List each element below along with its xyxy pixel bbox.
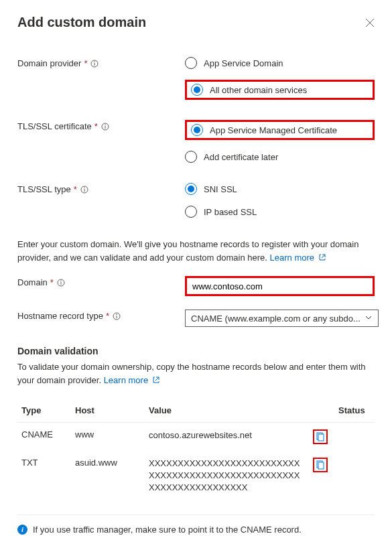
col-status: Status <box>334 399 375 423</box>
close-icon[interactable] <box>365 18 375 27</box>
validation-table: Type Host Value Status CNAME www contoso… <box>17 399 375 501</box>
chevron-down-icon <box>365 314 373 324</box>
hostname-type-label: Hostname record type* <box>17 310 185 321</box>
domain-label: Domain* <box>17 276 185 287</box>
svg-rect-18 <box>318 462 324 469</box>
col-host: Host <box>71 399 145 423</box>
learn-more-link[interactable]: Learn more <box>270 253 326 263</box>
info-icon[interactable] <box>90 60 99 68</box>
radio-cert-later[interactable]: Add certificate later <box>185 151 375 163</box>
info-icon[interactable] <box>113 312 121 320</box>
domain-input[interactable] <box>185 276 375 296</box>
domain-validation-heading: Domain validation <box>17 346 375 356</box>
col-value: Value <box>145 399 309 423</box>
svg-point-14 <box>117 314 117 314</box>
copy-button[interactable] <box>313 429 328 444</box>
table-row: CNAME www contoso.azurewebsites.net <box>17 423 375 452</box>
validation-help-text: To validate your domain ownership, copy … <box>17 360 375 387</box>
info-icon[interactable] <box>80 186 88 194</box>
tls-cert-label: TLS/SSL certificate* <box>17 120 185 131</box>
traffic-manager-note: i If you use traffic manager, make sure … <box>17 515 375 535</box>
copy-button[interactable] <box>313 458 328 472</box>
radio-app-service-domain[interactable]: App Service Domain <box>185 57 375 69</box>
page-title: Add custom domain <box>17 15 146 30</box>
info-icon[interactable] <box>57 279 65 287</box>
svg-rect-16 <box>318 434 324 441</box>
external-link-icon <box>152 375 160 383</box>
col-type: Type <box>17 399 71 423</box>
radio-all-other-domain-services[interactable]: All other domain services <box>191 84 307 96</box>
svg-point-2 <box>94 61 95 62</box>
hostname-type-select[interactable]: CNAME (www.example.com or any subdo... <box>185 310 379 327</box>
radio-ip-ssl[interactable]: IP based SSL <box>185 206 375 218</box>
external-link-icon <box>318 252 326 260</box>
tls-type-label: TLS/SSL type* <box>17 183 185 194</box>
learn-more-link[interactable]: Learn more <box>104 375 160 385</box>
info-icon[interactable] <box>101 123 109 131</box>
radio-managed-cert[interactable]: App Service Managed Certificate <box>191 124 337 136</box>
domain-help-text: Enter your custom domain. We'll give you… <box>17 238 375 264</box>
domain-provider-label: Domain provider* <box>17 57 185 68</box>
radio-sni-ssl[interactable]: SNI SSL <box>185 183 375 195</box>
info-icon: i <box>17 525 27 535</box>
svg-point-5 <box>105 124 106 125</box>
table-row: TXT asuid.www XXXXXXXXXXXXXXXXXXXXXXXXXX… <box>17 451 375 501</box>
svg-point-8 <box>84 187 84 188</box>
svg-point-11 <box>61 280 62 281</box>
